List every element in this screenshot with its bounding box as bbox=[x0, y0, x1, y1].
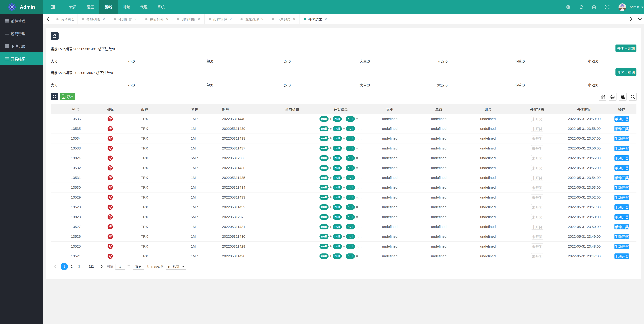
svg-text:x: x bbox=[62, 96, 64, 98]
